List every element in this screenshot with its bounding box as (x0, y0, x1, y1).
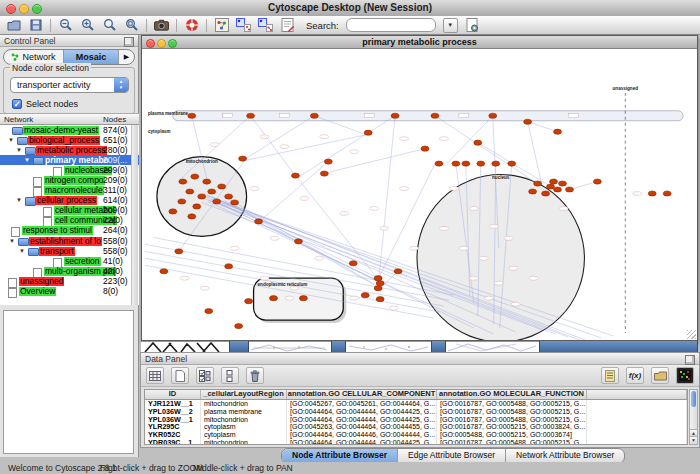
network-canvas[interactable]: plasma membranecytoplasmmitochondrionnuc… (142, 49, 697, 340)
network-node[interactable] (565, 187, 573, 192)
table-header-cell[interactable]: ID (145, 390, 201, 399)
network-node[interactable] (255, 219, 263, 224)
function-builder-icon[interactable]: f(x) (626, 367, 644, 384)
tree-row[interactable]: ▼biological_process651(0) (0, 135, 139, 145)
network-node[interactable] (554, 187, 562, 192)
vizmapper-icon[interactable] (214, 18, 229, 33)
tree-row[interactable]: ▼metabolic process280(0) (0, 145, 139, 155)
network-edge[interactable] (327, 149, 425, 173)
network-edge[interactable] (295, 176, 377, 279)
table-row[interactable]: YPL036W__1mitochondrion[GO:0044464, GO:0… (145, 416, 687, 424)
table-row[interactable]: YKR052Ccytoplasm[GO:0044464, GO:0044446,… (145, 431, 687, 439)
network-node[interactable] (364, 130, 372, 135)
tree-row[interactable]: multi-organism pro42(0) (0, 266, 139, 276)
zoom-fit-icon[interactable] (102, 18, 117, 33)
attribute-list-icon[interactable] (601, 367, 619, 384)
network-node[interactable] (299, 296, 307, 301)
import-attributes-icon[interactable] (651, 367, 669, 384)
network-node[interactable] (324, 159, 332, 164)
minimize-icon[interactable] (157, 39, 166, 48)
network-node[interactable] (203, 179, 211, 184)
zoom-out-icon[interactable] (58, 18, 73, 33)
network-edge[interactable] (246, 116, 315, 159)
annotation-icon[interactable] (280, 18, 295, 33)
tree-row[interactable]: response to stimul264(0) (0, 226, 139, 236)
float-panel-icon[interactable] (685, 355, 695, 365)
network-node[interactable] (294, 239, 302, 244)
expand-arrow-icon[interactable]: ▼ (16, 197, 22, 204)
network-node[interactable] (320, 171, 328, 176)
tree-row[interactable]: ▼primary metabo209(... (0, 155, 139, 165)
tree-row[interactable]: secretion41(0) (0, 256, 139, 266)
search-config-icon[interactable] (465, 18, 480, 33)
network-node[interactable] (492, 161, 500, 166)
snapshot-camera-icon[interactable] (154, 18, 169, 33)
network-node[interactable] (160, 269, 168, 274)
network-node[interactable] (435, 161, 443, 166)
tree-row[interactable]: cell communicat22(0) (0, 216, 139, 226)
attribute-table-icon[interactable] (146, 367, 164, 384)
table-header-cell[interactable]: annotation.GO CELLULAR_COMPONENT (287, 390, 437, 399)
network-node[interactable] (462, 161, 470, 166)
network-edge[interactable] (435, 116, 539, 185)
network-node[interactable] (374, 286, 382, 291)
import-node-attributes-icon[interactable] (236, 18, 251, 33)
network-edge[interactable] (528, 122, 558, 132)
expand-arrow-icon[interactable]: ▼ (9, 238, 15, 245)
node-color-dropdown[interactable]: transporter activity ▲▼ (10, 77, 129, 93)
tree-row[interactable]: nucleobase-209(0) (0, 165, 139, 175)
network-node[interactable] (524, 119, 532, 124)
delete-attribute-icon[interactable] (246, 367, 264, 384)
network-edge[interactable] (261, 162, 329, 221)
tree-row[interactable]: ▼transport558(0) (0, 246, 139, 256)
tree-scrollbar[interactable] (131, 125, 138, 305)
network-edge[interactable] (528, 122, 542, 184)
tree-row[interactable]: ▼establishment of lo558(0) (0, 236, 139, 246)
zoom-in-icon[interactable] (80, 18, 95, 33)
tab-mosaic[interactable]: Mosaic (64, 50, 119, 64)
float-panel-icon[interactable] (124, 37, 134, 47)
select-nodes-checkbox[interactable]: ✓ (12, 99, 22, 109)
network-node[interactable] (508, 161, 516, 166)
network-node[interactable] (489, 113, 497, 118)
network-node[interactable] (213, 199, 221, 204)
network-node[interactable] (193, 204, 201, 209)
save-session-icon[interactable] (28, 18, 43, 33)
network-node[interactable] (376, 281, 384, 286)
network-node[interactable] (394, 269, 402, 274)
close-icon[interactable] (6, 4, 16, 14)
network-node[interactable] (186, 189, 194, 194)
network-node[interactable] (534, 181, 542, 186)
search-input[interactable] (346, 18, 436, 32)
tree-row[interactable]: mosaic-demo-yeast874(0) (0, 125, 139, 135)
network-node[interactable] (663, 191, 671, 196)
resize-grip[interactable] (687, 330, 696, 339)
tab-node-attribute-browser[interactable]: Node Attribute Browser (282, 449, 398, 463)
tree-row[interactable]: unassigned223(0) (0, 276, 139, 286)
app-titlebar[interactable]: Cytoscape Desktop (New Session) (0, 0, 700, 17)
network-node[interactable] (245, 299, 253, 304)
zoom-selected-icon[interactable] (124, 18, 139, 33)
network-node[interactable] (231, 200, 239, 205)
tab-overflow-arrow-icon[interactable]: ▶ (119, 50, 134, 64)
network-node[interactable] (239, 156, 247, 161)
expand-arrow-icon[interactable]: ▼ (19, 248, 25, 255)
network-node[interactable] (169, 209, 177, 214)
network-node[interactable] (205, 309, 213, 314)
minimize-icon[interactable] (19, 4, 29, 14)
open-session-icon[interactable] (6, 18, 21, 33)
table-scrollbar[interactable]: ▲ ▼ (689, 389, 698, 445)
network-edge[interactable] (569, 182, 597, 190)
zoom-window-icon[interactable] (168, 39, 177, 48)
network-edge[interactable] (379, 116, 395, 276)
network-node[interactable] (559, 181, 567, 186)
network-node[interactable] (349, 261, 357, 266)
network-node[interactable] (648, 191, 656, 196)
network-node[interactable] (270, 296, 278, 301)
table-row[interactable]: YLR295Ccytoplasm[GO:0045263, GO:0044464,… (145, 423, 687, 431)
network-edge[interactable] (225, 200, 380, 288)
expand-arrow-icon[interactable]: ▼ (8, 137, 14, 144)
background-window-titlebar[interactable] (331, 341, 346, 352)
network-node[interactable] (421, 146, 429, 151)
network-node[interactable] (529, 189, 537, 194)
